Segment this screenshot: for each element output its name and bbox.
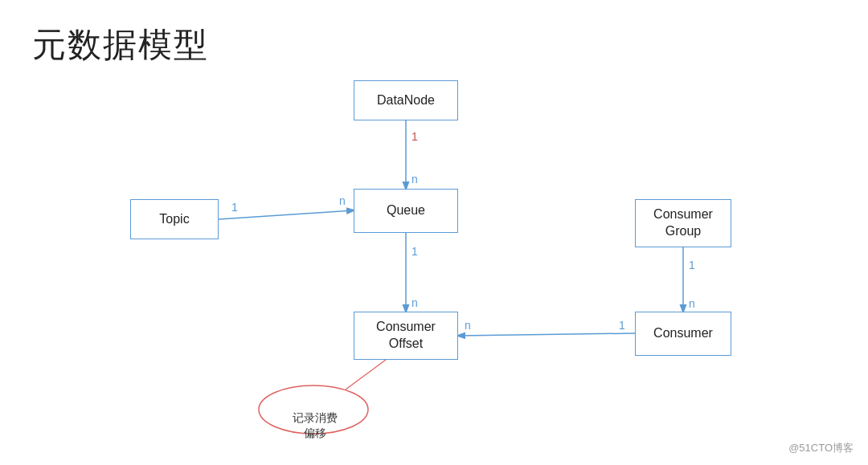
svg-text:1: 1	[411, 245, 418, 258]
svg-text:1: 1	[411, 130, 418, 143]
consumer-group-box: Consumer Group	[635, 199, 731, 247]
svg-text:1: 1	[231, 201, 238, 214]
svg-text:n: n	[689, 297, 695, 310]
svg-text:n: n	[411, 296, 418, 309]
svg-line-3	[219, 210, 354, 219]
datanode-box: DataNode	[354, 80, 458, 120]
svg-text:n: n	[339, 194, 346, 207]
consumer-box: Consumer	[635, 312, 731, 356]
svg-text:1: 1	[619, 319, 625, 332]
svg-text:n: n	[411, 173, 418, 186]
svg-text:1: 1	[689, 259, 695, 271]
diagram: 1 n 1 n 1 n 1 n 1 n DataNode	[0, 0, 868, 465]
queue-box: Queue	[354, 189, 458, 233]
svg-line-16	[346, 360, 386, 390]
svg-text:n: n	[465, 319, 471, 332]
topic-box: Topic	[130, 199, 219, 239]
consumer-offset-box: Consumer Offset	[354, 312, 458, 360]
svg-line-12	[458, 333, 635, 336]
annotation-label: 记录消费 偏移	[264, 394, 366, 442]
watermark: @51CTO博客	[788, 441, 854, 455]
